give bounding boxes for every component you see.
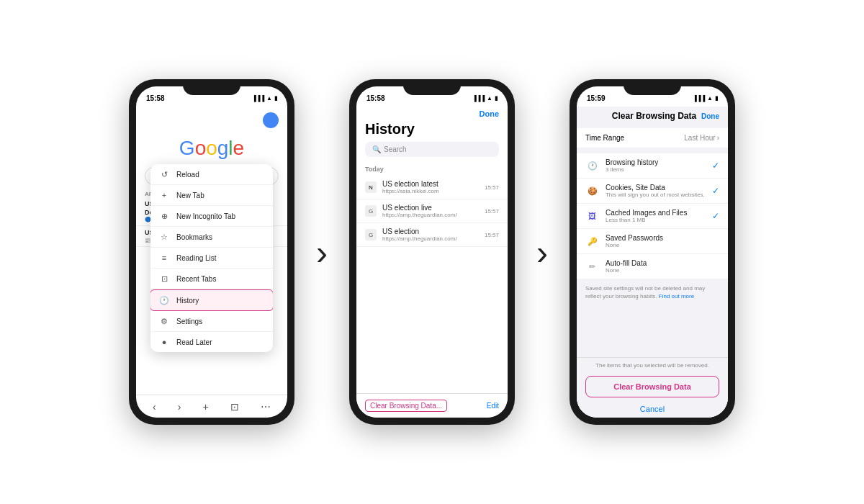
favicon-2: G [365, 205, 377, 217]
autofill-name: Auto-fill Data [606, 259, 719, 267]
history-label: History [176, 297, 199, 305]
cached-name: Cached Images and Files [606, 209, 706, 217]
signal-icon: ▐▐▐ [252, 95, 264, 102]
time-1: 15:58 [146, 94, 165, 102]
hist-url-1: https://asia.nikkei.com [382, 188, 479, 194]
autofill-sub: None [606, 267, 719, 274]
bookmarks-icon: ☆ [159, 232, 169, 242]
passwords-sub: None [606, 242, 719, 248]
reload-label: Reload [176, 171, 199, 179]
option-cached[interactable]: 🖼 Cached Images and Files Less than 1 MB… [577, 204, 728, 229]
time-2: 15:58 [366, 94, 385, 102]
history-item-1: N US election latest https://asia.nikkei… [356, 176, 508, 199]
settings-icon: ⚙ [159, 316, 169, 326]
cookies-name: Cookies, Site Data [606, 184, 706, 192]
clear-done-btn[interactable]: Done [701, 112, 719, 120]
hist-info-2: US election live https://amp.theguardian… [382, 204, 479, 218]
scene: 15:58 ▐▐▐ ▲ ▮ Google Search or type URL … [0, 0, 864, 504]
menu-reload[interactable]: ↺ Reload [150, 164, 273, 185]
option-autofill[interactable]: ✏ Auto-fill Data None [577, 254, 728, 279]
bookmarks-label: Bookmarks [176, 233, 212, 241]
remove-note: The items that you selected will be remo… [577, 358, 728, 373]
menu-incognito[interactable]: ⊕ New Incognito Tab [150, 206, 273, 227]
hist-name-3: US election [382, 228, 479, 235]
menu-recent-tabs[interactable]: ⊡ Recent Tabs [150, 269, 273, 289]
find-out-link[interactable]: Find out more [659, 293, 694, 300]
menu-reading[interactable]: ≡ Reading List [150, 248, 273, 269]
forward-icon[interactable]: › [178, 401, 181, 413]
history-footer: Clear Browsing Data... Edit [356, 393, 508, 418]
history-search[interactable]: 🔍 Search [365, 142, 499, 157]
clear-header: Clear Browsing Data Done [577, 107, 728, 124]
search-text: Search [384, 145, 407, 153]
new-tab-label: New Tab [176, 192, 204, 199]
read-later-label: Read Later [176, 338, 212, 346]
menu-new-tab[interactable]: + New Tab [150, 185, 273, 206]
option-passwords[interactable]: 🔑 Saved Passwords None [577, 229, 728, 254]
passwords-name: Saved Passwords [606, 234, 719, 242]
history-title: History [356, 121, 508, 142]
hist-time-2: 15:57 [485, 208, 499, 215]
incognito-label: New Incognito Tab [176, 212, 235, 220]
chevron-right-icon: › [717, 134, 719, 142]
edit-btn[interactable]: Edit [487, 402, 499, 410]
option-browsing-history[interactable]: 🕐 Browsing history 3 items ✓ [577, 153, 728, 179]
back-icon[interactable]: ‹ [153, 401, 156, 413]
new-tab-icon: + [159, 190, 169, 200]
notch-3 [624, 79, 681, 95]
autofill-icon: ✏ [585, 259, 600, 274]
status-icons-2: ▐▐▐ ▲ ▮ [472, 95, 498, 102]
check-browsing: ✓ [712, 161, 719, 171]
phone-1: 15:58 ▐▐▐ ▲ ▮ Google Search or type URL … [129, 79, 294, 425]
google-top [136, 107, 287, 134]
clear-note: Saved site settings will not be deleted … [577, 279, 728, 306]
browsing-history-sub: 3 items [606, 166, 706, 173]
favicon-1: N [365, 181, 377, 193]
arrow-2: › [536, 233, 548, 272]
screen-2: 15:58 ▐▐▐ ▲ ▮ Done History 🔍 Search Toda… [356, 86, 508, 418]
avatar [263, 112, 279, 128]
menu-read-later[interactable]: ● Read Later [150, 332, 273, 352]
autofill-info: Auto-fill Data None [606, 259, 719, 274]
battery-icon-2: ▮ [495, 95, 498, 102]
cached-icon: 🖼 [585, 209, 600, 223]
hist-name-2: US election live [382, 204, 479, 212]
menu-history[interactable]: 🕐 History [150, 289, 273, 311]
menu-icon-nav[interactable]: ⋯ [261, 401, 271, 413]
reload-icon: ↺ [159, 169, 169, 179]
arrow-1: › [316, 233, 328, 272]
browsing-history-icon: 🕐 [585, 158, 600, 173]
history-screen: Done History 🔍 Search Today N US electio… [356, 107, 508, 418]
notch-2 [403, 79, 461, 95]
time-3: 15:59 [587, 94, 606, 102]
clear-browsing-btn[interactable]: Clear Browsing Data... [365, 400, 447, 412]
tabs-icon[interactable]: ⊡ [230, 401, 239, 413]
menu-bookmarks[interactable]: ☆ Bookmarks [150, 227, 273, 248]
clear-screen: Clear Browsing Data Done Time Range Last… [577, 107, 728, 418]
clear-options: 🕐 Browsing history 3 items ✓ 🍪 Cookies, … [577, 153, 728, 279]
wifi-icon-3: ▲ [707, 95, 713, 102]
browsing-history-name: Browsing history [606, 158, 706, 166]
signal-icon-2: ▐▐▐ [472, 95, 485, 102]
history-item-2: G US election live https://amp.theguardi… [356, 199, 508, 223]
battery-icon-3: ▮ [715, 95, 718, 102]
clear-data-button[interactable]: Clear Browsing Data [585, 376, 719, 397]
cached-info: Cached Images and Files Less than 1 MB [606, 209, 706, 223]
history-header: Done [356, 107, 508, 121]
history-item-3: G US election https://amp.theguardian.co… [356, 223, 508, 247]
reading-label: Reading List [176, 254, 217, 262]
time-range-row[interactable]: Time Range Last Hour › [577, 128, 728, 148]
menu-settings[interactable]: ⚙ Settings [150, 311, 273, 332]
cancel-button[interactable]: Cancel [577, 400, 728, 418]
option-cookies[interactable]: 🍪 Cookies, Site Data This will sign you … [577, 179, 728, 204]
new-tab-btn[interactable]: + [203, 401, 209, 413]
passwords-info: Saved Passwords None [606, 234, 719, 248]
screen-3: 15:59 ▐▐▐ ▲ ▮ Clear Browsing Data Done T… [577, 86, 728, 418]
search-icon: 🔍 [372, 145, 381, 153]
history-icon: 🕐 [159, 295, 169, 305]
history-done-btn[interactable]: Done [480, 109, 500, 118]
cookies-info: Cookies, Site Data This will sign you ou… [606, 184, 706, 198]
recent-tabs-icon: ⊡ [159, 274, 169, 284]
notch-1 [183, 79, 240, 95]
phone-3: 15:59 ▐▐▐ ▲ ▮ Clear Browsing Data Done T… [570, 79, 735, 425]
